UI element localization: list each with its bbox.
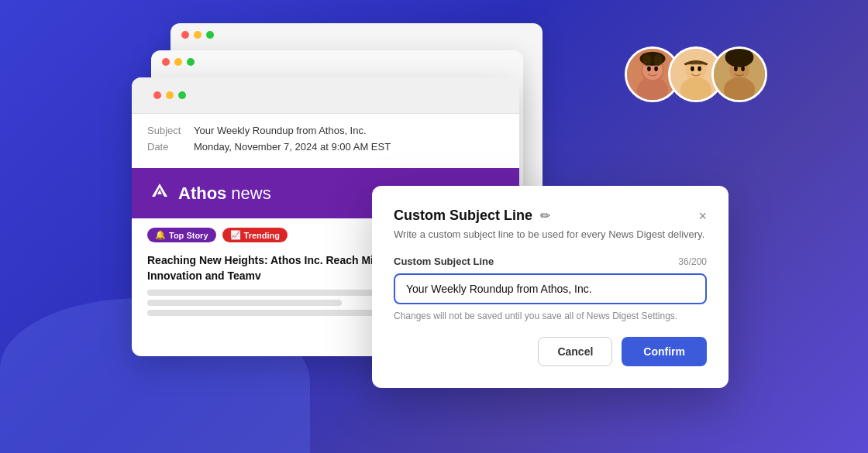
dot-red-3: [153, 91, 161, 99]
dot-green-3: [178, 91, 186, 99]
modal-subtitle: Write a custom subject line to be used f…: [394, 228, 707, 240]
svg-point-8: [654, 54, 663, 66]
date-label: Date: [147, 141, 194, 153]
custom-subject-line-modal: Custom Subject Line ✏ × Write a custom s…: [372, 186, 728, 388]
subject-line-input[interactable]: [394, 273, 707, 304]
char-count: 36/200: [678, 256, 707, 267]
svg-point-12: [691, 66, 694, 70]
confirm-button[interactable]: Confirm: [622, 337, 707, 366]
modal-actions: Cancel Confirm: [394, 337, 707, 366]
text-line-1: [147, 290, 397, 296]
modal-title-row: Custom Subject Line ✏: [394, 208, 550, 224]
dot-red-2: [162, 58, 170, 66]
dot-red: [181, 31, 189, 39]
dot-green-2: [187, 58, 195, 66]
dot-yellow: [194, 31, 202, 39]
svg-point-7: [642, 54, 651, 66]
subject-value: Your Weekly Roundup from Athos, Inc.: [194, 125, 367, 136]
top-story-icon: 🔔: [155, 230, 166, 240]
dot-green: [206, 31, 214, 39]
date-value: Monday, November 7, 2024 at 9:00 AM EST: [194, 141, 391, 153]
edit-icon[interactable]: ✏: [540, 208, 550, 223]
svg-point-4: [647, 66, 651, 70]
athos-brand-name: Athos: [178, 184, 226, 204]
modal-header: Custom Subject Line ✏ ×: [394, 208, 707, 224]
cancel-button[interactable]: Cancel: [538, 337, 612, 366]
athos-brand-suffix: news: [231, 184, 270, 204]
text-line-3: [147, 310, 397, 316]
tag-top-story: 🔔 Top Story: [147, 228, 216, 242]
help-text: Changes will not be saved until you save…: [394, 311, 707, 321]
window-titlebar: [132, 77, 519, 114]
athos-logo-icon: [150, 182, 169, 204]
dot-yellow-3: [166, 91, 174, 99]
field-label: Custom Subject Line: [394, 256, 494, 267]
subject-label: Subject: [147, 125, 194, 136]
avatar-group: [625, 46, 767, 102]
tag-trending: 📈 Trending: [222, 228, 288, 242]
dot-yellow-2: [174, 58, 182, 66]
svg-point-13: [698, 66, 701, 70]
svg-point-5: [654, 66, 658, 70]
field-header: Custom Subject Line 36/200: [394, 256, 707, 267]
modal-close-button[interactable]: ×: [698, 209, 707, 223]
avatar-3: [711, 46, 767, 102]
email-metadata: Subject Your Weekly Roundup from Athos, …: [132, 114, 519, 168]
text-line-2: [147, 300, 342, 306]
trending-icon: 📈: [230, 230, 241, 240]
modal-title: Custom Subject Line: [394, 208, 532, 224]
